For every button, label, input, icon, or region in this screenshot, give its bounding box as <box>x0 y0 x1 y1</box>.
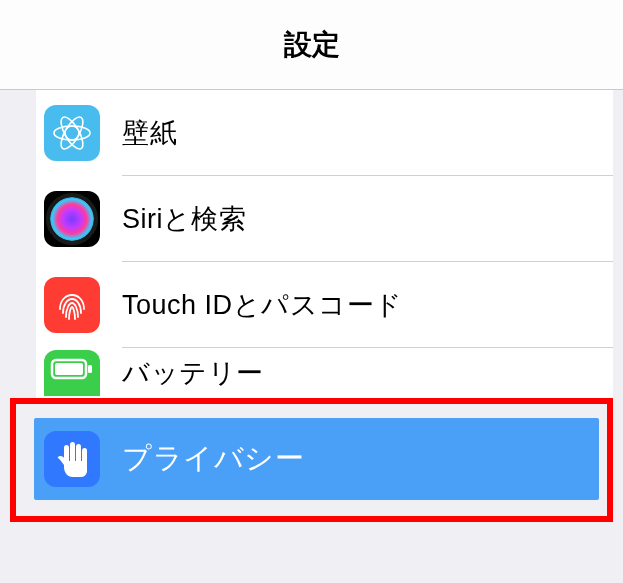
row-label-touchid: Touch IDとパスコード <box>122 287 403 323</box>
siri-icon <box>44 191 100 247</box>
row-label-siri: Siriと検索 <box>122 201 247 237</box>
row-battery[interactable]: バッテリー <box>36 348 613 398</box>
row-label-battery: バッテリー <box>122 355 264 391</box>
svg-point-1 <box>54 126 90 140</box>
row-touchid[interactable]: Touch IDとパスコード <box>36 262 613 348</box>
header: 設定 <box>0 0 623 90</box>
hand-icon <box>44 431 100 487</box>
row-siri[interactable]: Siriと検索 <box>36 176 613 262</box>
settings-list: 壁紙 Siriと検索 <box>36 90 613 398</box>
svg-rect-10 <box>70 442 75 463</box>
row-label-wallpaper: 壁紙 <box>122 115 177 151</box>
highlight-annotation: プライバシー <box>10 398 613 522</box>
svg-rect-7 <box>55 363 83 375</box>
row-wallpaper[interactable]: 壁紙 <box>36 90 613 176</box>
svg-point-4 <box>50 197 94 241</box>
row-label-privacy: プライバシー <box>122 439 304 479</box>
svg-rect-12 <box>82 448 87 463</box>
wallpaper-icon <box>44 105 100 161</box>
battery-icon <box>44 350 100 396</box>
svg-rect-11 <box>76 444 81 463</box>
fingerprint-icon <box>44 277 100 333</box>
row-privacy[interactable]: プライバシー <box>34 418 599 500</box>
page-title: 設定 <box>284 26 340 64</box>
svg-rect-8 <box>88 365 92 373</box>
